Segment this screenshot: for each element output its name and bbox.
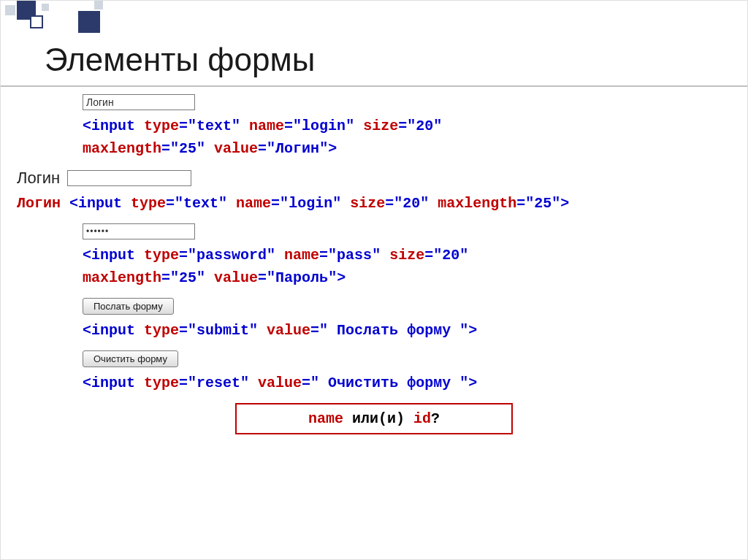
corner-decor [1, 1, 118, 36]
code-submit: <input type="submit" value=" Послать фор… [17, 319, 731, 342]
code-label-input: Логин <input type="text" name="login" si… [17, 192, 731, 215]
content-area: Логин <input type="text" name="login" si… [17, 94, 731, 434]
example-reset: Очистить форму [17, 350, 731, 367]
login-text-input[interactable]: Логин [83, 94, 195, 110]
code-password: <input type="password" name="pass" size=… [17, 244, 731, 289]
submit-button[interactable]: Послать форму [83, 298, 174, 315]
login-empty-input[interactable] [67, 170, 191, 186]
password-input[interactable]: •••••• [83, 223, 195, 239]
example-submit: Послать форму [17, 298, 731, 315]
example-text-input: Логин [17, 94, 731, 110]
page-title: Элементы формы [45, 42, 315, 78]
reset-button[interactable]: Очистить форму [83, 350, 178, 367]
example-label-input: Логин [17, 169, 731, 188]
code-reset: <input type="reset" value=" Очистить фор… [17, 372, 731, 394]
question-box: name или(и) id? [235, 403, 513, 434]
login-label: Логин [17, 169, 60, 188]
example-password: •••••• [17, 223, 731, 239]
code-input-text: <input type="text" name="login" size="20… [17, 115, 731, 160]
slide: Элементы формы Логин <input type="text" … [0, 0, 748, 560]
title-underline [1, 85, 747, 87]
